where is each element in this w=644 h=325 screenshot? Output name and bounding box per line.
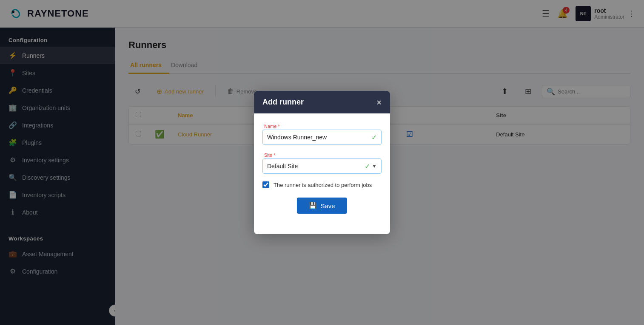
name-field-group: Name * ✓ [262, 124, 382, 145]
site-field-wrap: ✓ ▼ [262, 158, 382, 174]
modal-title: Add runner [262, 98, 304, 107]
name-input[interactable] [267, 130, 369, 144]
modal-footer: 💾 Save [262, 198, 382, 224]
authorized-checkbox-row: The runner is authorized to perform jobs [262, 181, 382, 188]
site-field-group: Site * ✓ ▼ [262, 153, 382, 174]
name-valid-icon: ✓ [371, 133, 377, 141]
name-field-wrap: ✓ [262, 130, 382, 145]
site-input[interactable] [267, 159, 362, 173]
save-icon: 💾 [309, 202, 317, 209]
authorized-checkbox[interactable] [262, 181, 269, 188]
modal-header: Add runner × [254, 91, 390, 113]
add-runner-modal: Add runner × Name * ✓ Site * ✓ ▼ [254, 91, 390, 234]
save-button[interactable]: 💾 Save [297, 198, 347, 214]
modal-close-button[interactable]: × [376, 98, 382, 107]
modal-overlay[interactable]: Add runner × Name * ✓ Site * ✓ ▼ [0, 0, 644, 325]
site-dropdown-arrow[interactable]: ▼ [372, 163, 377, 169]
save-label: Save [320, 202, 335, 209]
site-field-label: Site * [262, 153, 382, 158]
authorized-checkbox-label: The runner is authorized to perform jobs [274, 182, 372, 188]
name-field-label: Name * [262, 124, 382, 129]
modal-body: Name * ✓ Site * ✓ ▼ The runner is author… [254, 113, 390, 234]
site-valid-icon: ✓ [365, 162, 370, 170]
